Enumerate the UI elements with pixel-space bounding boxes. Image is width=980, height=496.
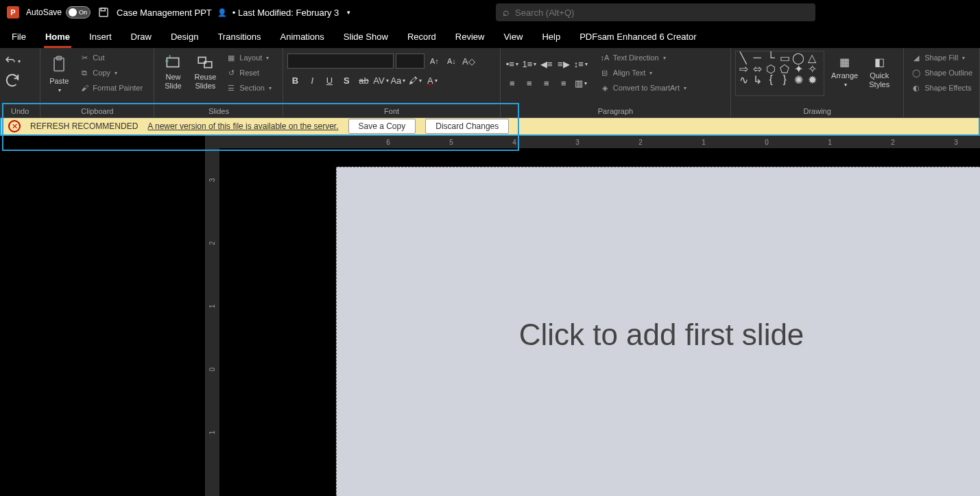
arrange-button[interactable]: ▦ Arrange▾ <box>827 51 862 91</box>
paste-button[interactable]: Paste ▾ <box>45 51 73 96</box>
tab-record[interactable]: Record <box>406 27 438 48</box>
tab-draw[interactable]: Draw <box>130 27 153 48</box>
copy-button[interactable]: ⧉Copy▾ <box>76 66 145 80</box>
highlight-button[interactable]: 🖍▾ <box>407 73 422 88</box>
font-name-select[interactable] <box>287 54 394 69</box>
search-input[interactable] <box>515 8 809 18</box>
ribbon-tabs: File Home Insert Draw Design Transitions… <box>0 25 980 48</box>
align-right-button[interactable]: ≡ <box>539 75 554 91</box>
effects-icon: ◐ <box>911 82 922 93</box>
italic-button[interactable]: I <box>304 73 320 88</box>
save-icon[interactable] <box>97 6 110 19</box>
undo-button[interactable]: ▾ <box>4 54 21 69</box>
bold-button[interactable]: B <box>287 73 302 88</box>
columns-button[interactable]: ▥▾ <box>573 75 588 91</box>
shape-outline-button[interactable]: ◯Shape Outline <box>908 66 975 80</box>
justify-button[interactable]: ≡ <box>556 75 571 91</box>
decrease-font-button[interactable]: A↓ <box>444 54 459 69</box>
tab-animations[interactable]: Animations <box>279 27 326 48</box>
bullets-button[interactable]: •≡▾ <box>505 56 520 71</box>
toggle-knob <box>69 8 77 16</box>
document-title[interactable]: Case Management PPT 👤 • Last Modified: F… <box>117 8 351 18</box>
underline-button[interactable]: U <box>322 73 337 88</box>
group-label-undo: Undo <box>0 105 40 117</box>
new-slide-icon <box>164 54 182 71</box>
align-left-button[interactable]: ≡ <box>505 75 520 91</box>
increase-font-button[interactable]: A↑ <box>427 54 442 69</box>
group-font: A↑ A↓ A◇ B I U S ab AV▾ Aa▾ 🖍▾ A▾ Font <box>283 48 500 117</box>
align-center-button[interactable]: ≡ <box>522 75 537 91</box>
svg-rect-4 <box>167 58 179 67</box>
ruler-tick: 2 <box>861 139 924 146</box>
autosave-toggle[interactable]: On <box>66 6 91 19</box>
reuse-slides-button[interactable]: Reuse Slides <box>190 51 220 93</box>
tab-transitions[interactable]: Transitions <box>216 27 262 48</box>
shape-brace-icon: { <box>765 75 777 84</box>
ruler-tick: 6 <box>357 139 420 146</box>
shape-connector-icon: ↳ <box>751 75 763 84</box>
decrease-indent-button[interactable]: ◀≡ <box>539 56 554 71</box>
tab-home[interactable]: Home <box>44 27 71 48</box>
tab-review[interactable]: Review <box>454 27 486 48</box>
tab-file[interactable]: File <box>10 27 27 48</box>
tab-pdfsam[interactable]: PDFsam Enhanced 6 Creator <box>578 27 698 48</box>
new-slide-button[interactable]: New Slide <box>158 51 187 93</box>
shape-star-icon: ✦ <box>792 64 804 73</box>
strike-button[interactable]: ab <box>356 73 371 88</box>
layout-button[interactable]: ▦Layout▾ <box>223 51 274 64</box>
search-box[interactable]: ⌕ <box>496 3 815 21</box>
ruler-tick: 2 <box>211 211 215 274</box>
svg-rect-1 <box>101 8 105 11</box>
font-color-button[interactable]: A▾ <box>425 73 440 88</box>
group-label-paragraph: Paragraph <box>501 105 730 117</box>
align-text-button[interactable]: ⊟Align Text▾ <box>597 66 689 80</box>
shape-rect-icon: ▭ <box>778 53 791 62</box>
slide-prompt: Click to add first slide <box>519 318 804 352</box>
notification-message[interactable]: A newer version of this file is availabl… <box>147 121 338 131</box>
copy-icon: ⧉ <box>79 67 90 78</box>
shape-line-icon: ─ <box>751 53 763 62</box>
shape-tri-icon: △ <box>806 53 818 62</box>
title-bar: P AutoSave On Case Management PPT 👤 • La… <box>0 0 980 25</box>
format-painter-button[interactable]: 🖌Format Painter <box>76 81 145 95</box>
section-button[interactable]: ☰Section▾ <box>223 81 274 95</box>
group-label-drawing: Drawing <box>731 105 903 117</box>
scissors-icon: ✂ <box>79 52 90 63</box>
cut-button[interactable]: ✂Cut <box>76 51 145 64</box>
group-clipboard: Paste ▾ ✂Cut ⧉Copy▾ 🖌Format Painter Clip… <box>40 48 154 117</box>
brush-icon: 🖌 <box>79 82 90 93</box>
text-direction-button[interactable]: ↕AText Direction▾ <box>597 51 689 64</box>
tab-slideshow[interactable]: Slide Show <box>342 27 390 48</box>
case-button[interactable]: Aa▾ <box>390 73 405 88</box>
font-size-select[interactable] <box>396 54 425 69</box>
slide-canvas[interactable]: Click to add first slide <box>336 167 980 496</box>
shape-effects-button[interactable]: ◐Shape Effects <box>908 81 975 95</box>
ruler-tick: 0 <box>211 338 215 401</box>
smartart-button[interactable]: ◈Convert to SmartArt▾ <box>597 81 689 95</box>
shape-gallery[interactable]: ╲ ─ └ ▭ ◯ △ ⇨ ⬄ ⬡ ⬠ ✦ ✧ ∿ ↳ { } ✺ ✹ <box>735 51 824 96</box>
group-label-font: Font <box>283 105 499 117</box>
redo-button[interactable] <box>4 73 21 88</box>
section-icon: ☰ <box>226 82 237 93</box>
numbering-button[interactable]: 1≡▾ <box>522 56 537 71</box>
ruler-tick: 3 <box>546 139 609 146</box>
thumbnail-panel[interactable] <box>0 136 206 496</box>
clear-formatting-button[interactable]: A◇ <box>461 54 476 69</box>
increase-indent-button[interactable]: ≡▶ <box>556 56 571 71</box>
spacing-button[interactable]: AV▾ <box>373 73 388 88</box>
ruler-tick: 0 <box>735 139 798 146</box>
save-copy-button[interactable]: Save a Copy <box>348 119 416 134</box>
line-spacing-button[interactable]: ↕≡▾ <box>573 56 588 71</box>
notification-bar: ✕ REFRESH RECOMMENDED A newer version of… <box>0 118 980 136</box>
tab-insert[interactable]: Insert <box>88 27 113 48</box>
tab-help[interactable]: Help <box>540 27 562 48</box>
discard-changes-button[interactable]: Discard Changes <box>425 119 509 134</box>
quick-styles-button[interactable]: ◧ Quick Styles <box>865 51 894 92</box>
text-direction-icon: ↕A <box>599 52 610 63</box>
reset-button[interactable]: ↺Reset <box>223 66 274 80</box>
tab-design[interactable]: Design <box>169 27 200 48</box>
tab-view[interactable]: View <box>502 27 524 48</box>
ruler-tick: 5 <box>420 139 483 146</box>
shape-fill-button[interactable]: ◢Shape Fill▾ <box>908 51 975 64</box>
shadow-button[interactable]: S <box>339 73 354 88</box>
